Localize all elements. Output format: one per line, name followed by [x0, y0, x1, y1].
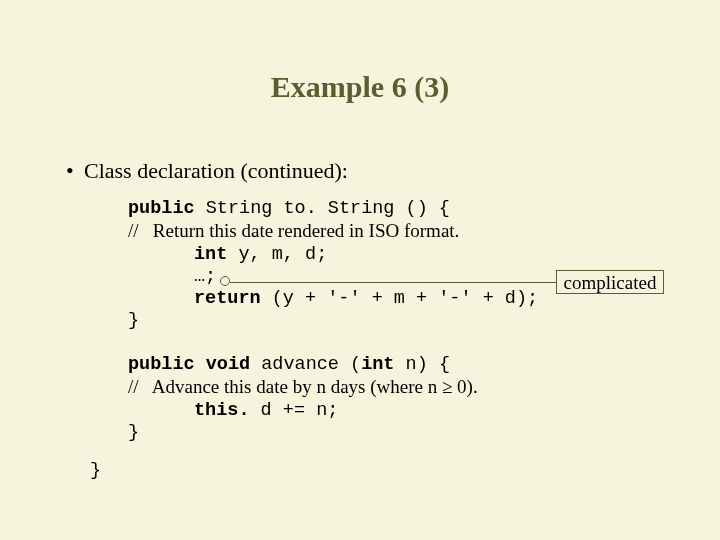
code-closing-brace: } — [90, 460, 101, 481]
code-l6: } — [128, 310, 139, 331]
slide-title: Example 6 (3) — [0, 70, 720, 104]
code-block: public String to. String () { // Return … — [128, 198, 538, 444]
annotation-box: complicated — [556, 270, 664, 294]
bullet-line: •Class declaration (continued): — [66, 158, 348, 184]
code-l5: return (y + '-' + m + '-' + d); — [128, 288, 538, 309]
slide: Example 6 (3) •Class declaration (contin… — [0, 0, 720, 540]
code-l8: // Advance this date by n days (where n … — [128, 376, 478, 397]
annotation-connector-line — [230, 282, 556, 283]
code-l1: public String to. String () { — [128, 198, 450, 219]
bullet-text: Class declaration (continued): — [84, 158, 348, 183]
code-l7: public void advance (int n) { — [128, 354, 450, 375]
code-l4: …; — [128, 266, 216, 287]
bullet-mark: • — [66, 158, 84, 184]
code-l9: this. d += n; — [128, 400, 338, 421]
code-l10: } — [128, 422, 139, 443]
code-l3: int y, m, d; — [128, 244, 327, 265]
code-l2: // Return this date rendered in ISO form… — [128, 220, 459, 241]
annotation-connector-head — [220, 276, 230, 286]
